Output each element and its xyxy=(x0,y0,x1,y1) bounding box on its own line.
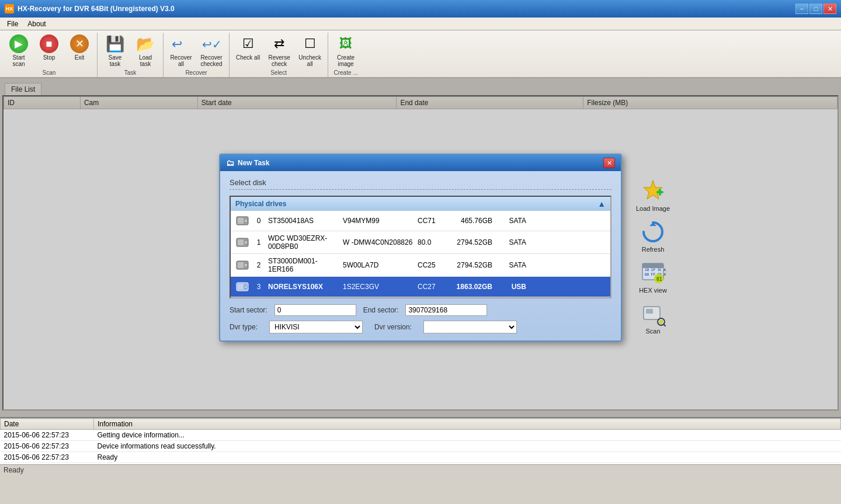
drive-row-0[interactable]: 0ST3500418ASV94MYM99CC71465.76GBSATA xyxy=(231,211,610,231)
load-image-button[interactable]: Load Image xyxy=(627,176,679,214)
menu-file[interactable]: File xyxy=(2,19,23,29)
drives-scroll-up[interactable]: ▲ xyxy=(597,199,606,208)
refresh-button[interactable]: Refresh xyxy=(627,217,679,255)
svg-rect-7 xyxy=(238,239,244,245)
physical-drives-label: Physical drives xyxy=(235,200,286,208)
end-sector-input[interactable] xyxy=(405,304,487,316)
save-task-icon: 💾 xyxy=(106,34,124,53)
uncheck-all-label: Uncheckall xyxy=(298,54,321,67)
check-all-button[interactable]: ☑ Check all xyxy=(232,33,264,71)
svg-point-31 xyxy=(659,320,663,324)
drive-name-2: ST3000DM001-1ER166 xyxy=(268,257,338,273)
drive-num-3: 3 xyxy=(254,283,263,291)
drive-size-3: 1863.02GB xyxy=(446,283,492,291)
start-scan-icon: ▶ xyxy=(9,34,28,53)
select-group-label: Select xyxy=(230,69,328,76)
recover-all-icon: ↩ xyxy=(172,34,190,53)
recover-checked-icon: ↩✓ xyxy=(202,34,221,53)
dvr-version-label: Dvr version: xyxy=(374,323,412,331)
end-sector-label: End sector: xyxy=(363,306,399,314)
drive-name-1: WDC WD30EZRX-00D8PB0 xyxy=(268,234,338,251)
drive-serial-3: 1S2EC3GV xyxy=(343,283,413,291)
svg-line-30 xyxy=(663,324,666,326)
load-image-icon xyxy=(640,178,666,204)
log-date-2: 2015-06-06 22:57:23 xyxy=(1,452,94,463)
dvr-version-select[interactable] xyxy=(423,321,517,333)
menu-about[interactable]: About xyxy=(23,19,50,29)
menu-bar: File About xyxy=(0,18,841,30)
svg-rect-20 xyxy=(659,189,661,196)
drive-port-0: CC71 xyxy=(418,217,441,225)
drive-icon-0 xyxy=(235,214,249,228)
dvr-type-select[interactable]: HIKVISI Dahua Samsung Bosch xyxy=(269,321,363,333)
hex-view-label: HEX view xyxy=(639,287,667,294)
status-bar: Date Information 2015-06-06 22:57:23Gett… xyxy=(0,417,841,475)
status-footer: Ready xyxy=(0,464,841,475)
drives-header: Physical drives ▲ xyxy=(231,197,610,211)
drive-row-2[interactable]: 2ST3000DM001-1ER1665W00LA7DCC252794.52GB… xyxy=(231,254,610,277)
create-image-icon: 🖼 xyxy=(336,34,355,53)
main-content: File List ID Cam Start date End date Fil… xyxy=(0,78,841,417)
log-col-date: Date xyxy=(1,419,94,430)
save-task-label: Savetask xyxy=(109,54,122,67)
create-image-label: Createimage xyxy=(337,54,355,67)
dialog-body: Select disk Physical drives ▲ 0ST3500418… xyxy=(220,171,621,340)
toolbar-group-select: ☑ Check all ⇄ Reversecheck ☐ Uncheckall … xyxy=(230,33,328,77)
scan-button[interactable]: Scan xyxy=(627,298,679,337)
select-disk-label: Select disk xyxy=(230,178,611,187)
status-text: Ready xyxy=(4,466,24,474)
dialog-titlebar: 🗂 New Task ✕ xyxy=(220,155,621,171)
refresh-icon xyxy=(640,219,666,245)
reverse-check-label: Reversecheck xyxy=(269,54,290,67)
uncheck-all-icon: ☐ xyxy=(301,34,319,53)
svg-rect-3 xyxy=(238,218,244,224)
drive-icon-2 xyxy=(235,258,249,272)
drive-type-0: SATA xyxy=(497,217,526,225)
create-group-label: Create ... xyxy=(328,69,363,76)
log-date-0: 2015-06-06 22:57:23 xyxy=(1,430,94,441)
hex-view-button[interactable]: 10 1F 3C A2 00 FF 08 4D 01 HEX view xyxy=(627,258,679,296)
drive-name-3: NORELSYS106X xyxy=(268,283,338,291)
drive-row-3[interactable]: 3NORELSYS106X1S2EC3GVCC271863.02GBUSB xyxy=(231,277,610,297)
svg-text:10 1F 3C A2: 10 1F 3C A2 xyxy=(645,267,666,272)
scan-icon xyxy=(640,301,666,326)
app-icon: HX xyxy=(5,4,14,13)
maximize-button[interactable]: □ xyxy=(809,4,822,14)
toolbar: ▶ Startscan ■ Stop ✕ Exit Scan 💾 Savetas… xyxy=(0,30,841,78)
svg-rect-28 xyxy=(646,309,653,314)
check-all-icon: ☑ xyxy=(239,34,258,53)
check-all-label: Check all xyxy=(236,54,260,61)
log-col-info: Information xyxy=(94,419,841,430)
svg-point-13 xyxy=(245,265,246,266)
load-task-label: Loadtask xyxy=(139,54,152,67)
task-group-label: Task xyxy=(98,69,163,76)
drive-row-1[interactable]: 1WDC WD30EZRX-00D8PB0W -DMW4C0N20882680.… xyxy=(231,231,610,254)
minimize-button[interactable]: − xyxy=(795,4,808,14)
refresh-label: Refresh xyxy=(642,246,665,253)
dvr-row: Dvr type: HIKVISI Dahua Samsung Bosch Dv… xyxy=(230,321,611,333)
load-image-label: Load Image xyxy=(636,205,670,212)
start-sector-input[interactable] xyxy=(274,304,356,316)
sector-row: Start sector: End sector: xyxy=(230,304,611,316)
drive-type-2: SATA xyxy=(497,261,526,269)
drive-serial-0: V94MYM99 xyxy=(343,217,413,225)
drive-serial-2: 5W00LA7D xyxy=(343,261,413,269)
drive-port-3: CC27 xyxy=(418,283,441,291)
svg-point-17 xyxy=(245,286,246,287)
hex-view-icon: 10 1F 3C A2 00 FF 08 4D 01 xyxy=(640,260,666,286)
title-bar: HX HX-Recovery for DVR 64Bit (Unregister… xyxy=(0,0,841,18)
toolbar-group-scan: ▶ Startscan ■ Stop ✕ Exit Scan xyxy=(1,33,98,77)
drives-container: Physical drives ▲ 0ST3500418ASV94MYM99CC… xyxy=(230,196,611,298)
log-row-0: 2015-06-06 22:57:23Getting device inform… xyxy=(1,430,841,441)
stop-icon: ■ xyxy=(40,34,58,53)
stop-label: Stop xyxy=(43,54,55,61)
drive-type-3: USB xyxy=(497,283,526,291)
stop-button[interactable]: ■ Stop xyxy=(34,33,64,71)
close-button[interactable]: ✕ xyxy=(823,4,836,14)
dialog-close-button[interactable]: ✕ xyxy=(603,158,615,168)
exit-button[interactable]: ✕ Exit xyxy=(64,33,95,71)
drive-icon-3 xyxy=(235,280,249,294)
svg-text:↩✓: ↩✓ xyxy=(202,38,221,51)
svg-point-5 xyxy=(245,220,246,221)
svg-rect-11 xyxy=(238,262,244,268)
